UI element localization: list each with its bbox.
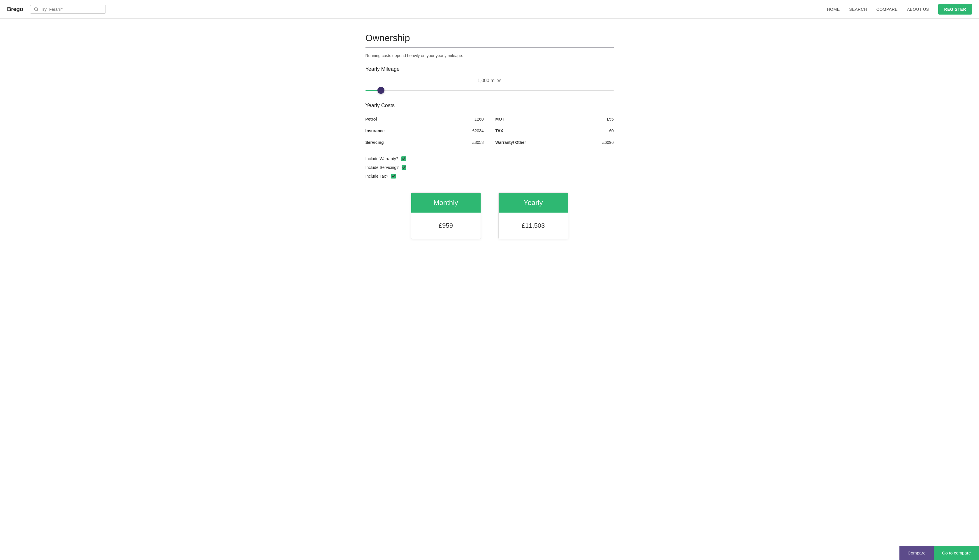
cost-label-petrol: Petrol <box>366 117 377 122</box>
checkbox-tax[interactable] <box>391 174 396 178</box>
cost-label-warranty: Warranty/ Other <box>496 140 526 145</box>
nav-compare[interactable]: COMPARE <box>876 7 898 12</box>
search-icon <box>34 7 38 12</box>
search-wrapper[interactable] <box>30 5 106 14</box>
cost-row-mot: MOT £55 <box>496 115 614 124</box>
navbar: Brego HOME SEARCH COMPARE ABOUT US REGIS… <box>0 0 979 18</box>
main-content: Ownership Running costs depend heavily o… <box>359 33 621 239</box>
svg-line-1 <box>37 10 38 11</box>
checkbox-row-servicing: Include Servicing? <box>366 165 614 170</box>
checkbox-label-tax: Include Tax? <box>366 174 388 178</box>
page-subtitle: Running costs depend heavily on your yea… <box>366 53 614 58</box>
monthly-card-value: £959 <box>411 213 481 239</box>
cost-cards: Monthly £959 Yearly £11,503 <box>366 192 614 239</box>
checkbox-row-tax: Include Tax? <box>366 174 614 178</box>
register-button[interactable]: REGISTER <box>938 4 972 15</box>
cost-value-insurance: £2034 <box>473 128 484 133</box>
search-input[interactable] <box>41 7 102 12</box>
yearly-card-value: £11,503 <box>499 213 568 239</box>
checkbox-row-warranty: Include Warranty? <box>366 157 614 161</box>
title-divider <box>366 47 614 47</box>
mileage-display: 1,000 miles <box>366 78 614 83</box>
cost-value-warranty: £6096 <box>602 140 614 145</box>
yearly-mileage-label: Yearly Mileage <box>366 66 614 72</box>
brand-logo[interactable]: Brego <box>7 6 23 13</box>
cost-value-mot: £55 <box>607 117 613 122</box>
page-title: Ownership <box>366 33 614 43</box>
cost-label-servicing: Servicing <box>366 140 384 145</box>
cost-row-tax: TAX £0 <box>496 126 614 135</box>
cost-label-mot: MOT <box>496 117 505 122</box>
monthly-card-header: Monthly <box>411 193 481 213</box>
nav-about-us[interactable]: ABOUT US <box>907 7 929 12</box>
cost-row-servicing: Servicing £3058 <box>366 138 484 147</box>
monthly-card: Monthly £959 <box>411 192 481 239</box>
cost-value-petrol: £260 <box>474 117 483 122</box>
checkbox-servicing[interactable] <box>402 165 406 170</box>
yearly-card: Yearly £11,503 <box>498 192 568 239</box>
checkbox-warranty[interactable] <box>401 157 406 161</box>
yearly-card-header: Yearly <box>499 193 568 213</box>
costs-section: Yearly Costs Petrol £260 MOT £55 Insuran… <box>366 103 614 147</box>
nav-home[interactable]: HOME <box>827 7 840 12</box>
checkbox-label-warranty: Include Warranty? <box>366 157 398 161</box>
cost-value-servicing: £3058 <box>473 140 484 145</box>
cost-row-petrol: Petrol £260 <box>366 115 484 124</box>
checkbox-section: Include Warranty? Include Servicing? Inc… <box>366 157 614 178</box>
cost-label-tax: TAX <box>496 128 503 133</box>
cost-label-insurance: Insurance <box>366 128 385 133</box>
slider-container <box>366 87 614 92</box>
costs-grid: Petrol £260 MOT £55 Insurance £2034 TAX … <box>366 115 614 147</box>
nav-search[interactable]: SEARCH <box>849 7 867 12</box>
cost-row-insurance: Insurance £2034 <box>366 126 484 135</box>
nav-links: HOME SEARCH COMPARE ABOUT US REGISTER <box>827 4 972 15</box>
checkbox-label-servicing: Include Servicing? <box>366 165 399 170</box>
cost-row-warranty: Warranty/ Other £6096 <box>496 138 614 147</box>
mileage-slider[interactable] <box>366 90 614 91</box>
yearly-costs-label: Yearly Costs <box>366 103 614 108</box>
cost-value-tax: £0 <box>609 128 614 133</box>
